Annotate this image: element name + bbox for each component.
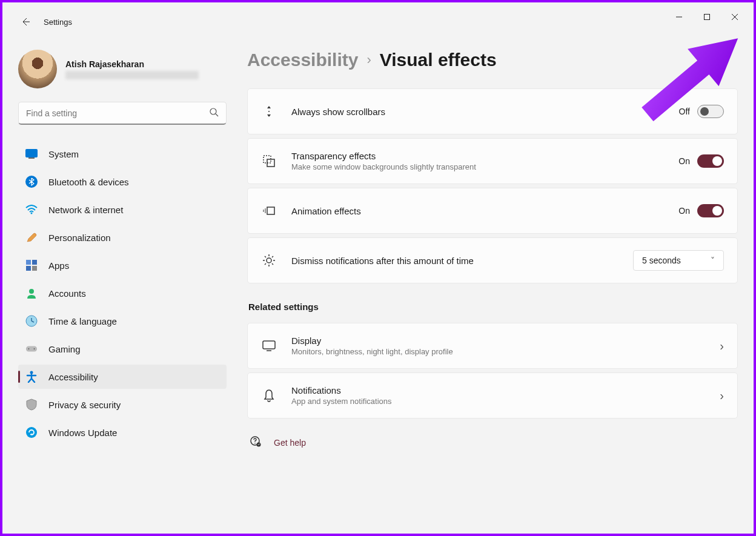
sidebar-item-system[interactable]: System bbox=[18, 142, 227, 166]
svg-line-34 bbox=[272, 263, 273, 265]
svg-rect-13 bbox=[26, 266, 31, 271]
related-description: Monitors, brightness, night light, displ… bbox=[291, 347, 720, 356]
svg-line-33 bbox=[265, 256, 266, 257]
related-title: Notifications bbox=[291, 385, 720, 395]
svg-point-28 bbox=[267, 258, 271, 263]
gamepad-icon bbox=[25, 343, 38, 355]
sidebar-item-label: Windows Update bbox=[48, 428, 117, 438]
profile-email-redacted bbox=[65, 71, 199, 79]
transparency-toggle[interactable] bbox=[697, 154, 724, 168]
svg-rect-8 bbox=[28, 157, 35, 159]
paintbrush-icon bbox=[25, 231, 38, 243]
setting-description: Make some window backgrounds slightly tr… bbox=[291, 162, 678, 171]
sidebar-item-label: Personalization bbox=[48, 233, 111, 243]
sidebar-item-update[interactable]: Windows Update bbox=[18, 420, 227, 445]
chevron-right-icon bbox=[720, 389, 724, 403]
sidebar-item-accounts[interactable]: Accounts bbox=[18, 281, 227, 305]
scrollbars-toggle[interactable] bbox=[697, 105, 724, 118]
sidebar-item-time[interactable]: Time & language bbox=[18, 309, 227, 333]
brightness-icon bbox=[261, 253, 277, 268]
update-icon bbox=[25, 426, 38, 438]
toggle-state-label: Off bbox=[679, 107, 690, 116]
sidebar-item-privacy[interactable]: Privacy & security bbox=[18, 392, 227, 417]
svg-line-35 bbox=[265, 263, 266, 265]
svg-point-5 bbox=[210, 108, 216, 114]
back-button[interactable] bbox=[19, 16, 31, 28]
sidebar-item-label: Accounts bbox=[48, 288, 86, 299]
page-title: Visual effects bbox=[380, 50, 497, 70]
chevron-down-icon: ˅ bbox=[711, 256, 715, 265]
dropdown-selected-value: 5 seconds bbox=[642, 256, 681, 265]
search-icon bbox=[209, 107, 219, 119]
setting-title: Animation effects bbox=[291, 206, 678, 216]
scroll-icon bbox=[261, 104, 277, 119]
related-settings-heading: Related settings bbox=[248, 302, 738, 312]
toggle-state-label: On bbox=[678, 156, 690, 166]
sidebar-item-label: Gaming bbox=[48, 344, 81, 354]
profile-button[interactable]: Atish Rajasekharan bbox=[18, 50, 227, 88]
svg-point-21 bbox=[26, 427, 37, 438]
svg-rect-25 bbox=[267, 207, 274, 214]
search-input[interactable] bbox=[26, 108, 209, 118]
shield-icon bbox=[25, 399, 38, 411]
svg-rect-14 bbox=[32, 266, 37, 271]
accessibility-icon bbox=[25, 371, 38, 383]
animation-toggle[interactable] bbox=[697, 204, 724, 217]
svg-rect-1 bbox=[705, 15, 710, 20]
sidebar-item-apps[interactable]: Apps bbox=[18, 253, 227, 277]
wifi-icon bbox=[25, 203, 38, 216]
sidebar-item-accessibility[interactable]: Accessibility bbox=[18, 365, 227, 389]
svg-point-22 bbox=[268, 111, 270, 112]
close-button[interactable] bbox=[721, 7, 749, 27]
sidebar-item-network[interactable]: Network & internet bbox=[18, 197, 227, 222]
system-icon bbox=[25, 148, 38, 160]
dismiss-timeout-dropdown[interactable]: 5 seconds ˅ bbox=[633, 250, 724, 271]
svg-point-15 bbox=[29, 289, 34, 294]
related-title: Display bbox=[291, 336, 720, 346]
sidebar-item-label: Accessibility bbox=[48, 372, 98, 382]
related-notifications-link[interactable]: Notifications App and system notificatio… bbox=[247, 372, 738, 419]
svg-rect-11 bbox=[26, 260, 31, 265]
sidebar-item-label: Network & internet bbox=[48, 205, 123, 215]
breadcrumb-parent[interactable]: Accessibility bbox=[247, 50, 358, 70]
search-box[interactable] bbox=[18, 102, 227, 125]
chevron-right-icon: › bbox=[366, 52, 371, 68]
sidebar-item-label: Apps bbox=[48, 260, 69, 271]
help-label: Get help bbox=[274, 438, 306, 448]
sidebar-item-label: Privacy & security bbox=[48, 400, 121, 410]
bell-icon bbox=[261, 388, 277, 403]
svg-point-40 bbox=[254, 443, 256, 444]
minimize-button[interactable] bbox=[665, 7, 693, 27]
monitor-icon bbox=[261, 338, 277, 354]
svg-rect-7 bbox=[25, 149, 38, 157]
related-display-link[interactable]: Display Monitors, brightness, night ligh… bbox=[247, 323, 738, 369]
chevron-right-icon bbox=[720, 339, 724, 353]
person-icon bbox=[25, 287, 38, 299]
get-help-link[interactable]: Get help bbox=[247, 435, 738, 449]
svg-rect-12 bbox=[32, 260, 37, 265]
sidebar-item-gaming[interactable]: Gaming bbox=[18, 337, 227, 361]
svg-rect-17 bbox=[26, 346, 37, 351]
svg-line-36 bbox=[272, 256, 273, 257]
app-title: Settings bbox=[44, 18, 72, 27]
setting-always-show-scrollbars: Always show scrollbars Off bbox=[247, 88, 738, 134]
svg-point-19 bbox=[34, 348, 35, 349]
avatar bbox=[18, 50, 57, 88]
svg-point-18 bbox=[28, 348, 30, 349]
setting-transparency-effects: Transparency effects Make some window ba… bbox=[247, 138, 738, 184]
sidebar-item-label: Bluetooth & devices bbox=[48, 177, 129, 187]
transparency-icon bbox=[261, 153, 277, 169]
sidebar-item-personalization[interactable]: Personalization bbox=[18, 225, 227, 250]
setting-title: Dismiss notifications after this amount … bbox=[291, 256, 633, 266]
profile-name: Atish Rajasekharan bbox=[65, 59, 199, 70]
apps-icon bbox=[25, 259, 38, 271]
setting-title: Always show scrollbars bbox=[291, 107, 679, 117]
maximize-button[interactable] bbox=[693, 7, 721, 27]
help-icon bbox=[250, 435, 262, 449]
animation-icon bbox=[261, 203, 277, 219]
sidebar-item-bluetooth[interactable]: Bluetooth & devices bbox=[18, 170, 227, 194]
clock-globe-icon bbox=[25, 315, 38, 327]
bluetooth-icon bbox=[25, 176, 38, 188]
breadcrumb: Accessibility › Visual effects bbox=[247, 50, 738, 70]
related-description: App and system notifications bbox=[291, 397, 720, 406]
